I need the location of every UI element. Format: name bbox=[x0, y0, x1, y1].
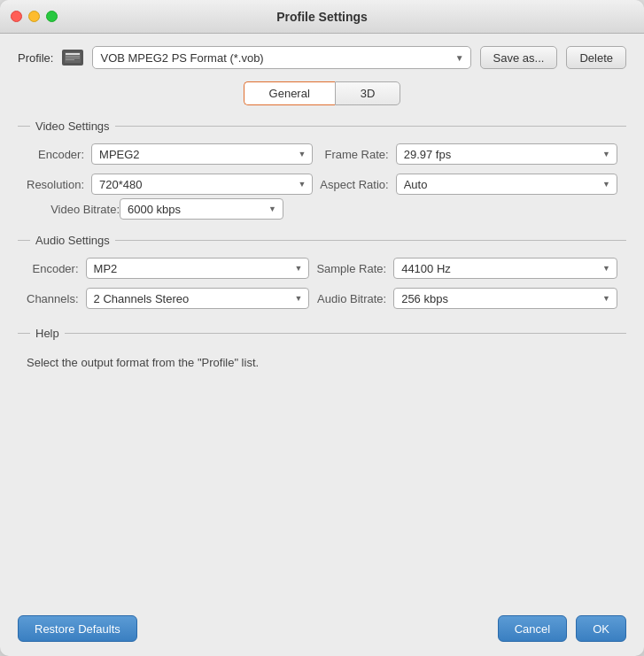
audio-settings-grid: Encoder: MP2 ▼ Sample Rate: 44100 Hz ▼ C bbox=[18, 258, 626, 309]
sample-rate-select[interactable]: 44100 Hz bbox=[393, 258, 617, 279]
window-title: Profile Settings bbox=[276, 10, 368, 24]
video-settings-grid: Encoder: MPEG2 ▼ Frame Rate: 29.97 fps ▼ bbox=[18, 143, 626, 195]
frame-rate-select[interactable]: 29.97 fps bbox=[396, 143, 617, 165]
tab-general[interactable]: General bbox=[244, 81, 335, 105]
encoder-select[interactable]: MPEG2 bbox=[91, 143, 313, 165]
help-section: Help Select the output format from the "… bbox=[18, 327, 626, 369]
profile-label: Profile: bbox=[18, 51, 53, 65]
footer: Restore Defaults Cancel OK bbox=[0, 605, 644, 656]
video-bitrate-row: Video Bitrate: 6000 kbps ▼ bbox=[18, 198, 626, 220]
aspect-ratio-label: Aspect Ratio: bbox=[320, 178, 388, 191]
maximize-button[interactable] bbox=[46, 11, 58, 22]
help-line-right bbox=[65, 333, 626, 334]
profile-icon bbox=[62, 50, 83, 66]
tab-3d[interactable]: 3D bbox=[335, 81, 401, 105]
audio-encoder-label: Encoder: bbox=[27, 262, 79, 275]
aspect-ratio-select[interactable]: Auto bbox=[396, 174, 617, 195]
help-title: Help bbox=[30, 327, 65, 340]
encoder-select-wrapper[interactable]: MPEG2 ▼ bbox=[91, 143, 313, 165]
close-button[interactable] bbox=[11, 11, 22, 22]
delete-button[interactable]: Delete bbox=[566, 46, 626, 69]
frame-rate-select-wrapper[interactable]: 29.97 fps ▼ bbox=[396, 143, 617, 165]
ok-button[interactable]: OK bbox=[576, 615, 626, 642]
help-header: Help bbox=[18, 327, 626, 340]
audio-encoder-select[interactable]: MP2 bbox=[86, 258, 310, 279]
encoder-label: Encoder: bbox=[27, 148, 84, 161]
frame-rate-label: Frame Rate: bbox=[320, 148, 388, 161]
audio-encoder-select-wrapper[interactable]: MP2 ▼ bbox=[86, 258, 310, 279]
channels-label: Channels: bbox=[27, 292, 79, 305]
help-line-left bbox=[18, 333, 30, 334]
resolution-select-wrapper[interactable]: 720*480 ▼ bbox=[91, 174, 313, 195]
profile-settings-window: Profile Settings Profile: VOB MPEG2 PS F… bbox=[0, 0, 644, 656]
profile-select-wrapper[interactable]: VOB MPEG2 PS Format (*.vob) ▼ bbox=[92, 46, 470, 69]
restore-defaults-button[interactable]: Restore Defaults bbox=[18, 615, 137, 642]
svg-rect-1 bbox=[66, 53, 80, 55]
help-text: Select the output format from the "Profi… bbox=[18, 351, 626, 369]
aspect-ratio-select-wrapper[interactable]: Auto ▼ bbox=[396, 174, 617, 195]
channels-select[interactable]: 2 Channels Stereo bbox=[86, 288, 310, 309]
cancel-button[interactable]: Cancel bbox=[498, 615, 567, 642]
minimize-button[interactable] bbox=[28, 11, 40, 22]
resolution-label: Resolution: bbox=[27, 178, 84, 191]
video-bitrate-select[interactable]: 6000 kbps bbox=[120, 198, 283, 220]
content-area: Profile: VOB MPEG2 PS Format (*.vob) ▼ S… bbox=[0, 34, 644, 605]
audio-settings-section: Audio Settings Encoder: MP2 ▼ Sample Rat… bbox=[18, 234, 626, 309]
video-bitrate-select-wrapper[interactable]: 6000 kbps ▼ bbox=[120, 198, 283, 220]
audio-section-line-left bbox=[18, 240, 30, 241]
svg-rect-3 bbox=[66, 58, 80, 58]
audio-bitrate-select[interactable]: 256 kbps bbox=[393, 288, 617, 309]
video-bitrate-label: Video Bitrate: bbox=[27, 203, 120, 216]
sample-rate-select-wrapper[interactable]: 44100 Hz ▼ bbox=[393, 258, 617, 279]
audio-settings-header: Audio Settings bbox=[18, 234, 626, 247]
video-settings-section: Video Settings Encoder: MPEG2 ▼ Frame Ra… bbox=[18, 120, 626, 220]
titlebar: Profile Settings bbox=[0, 0, 644, 34]
channels-select-wrapper[interactable]: 2 Channels Stereo ▼ bbox=[86, 288, 310, 309]
audio-settings-title: Audio Settings bbox=[30, 234, 115, 247]
resolution-select[interactable]: 720*480 bbox=[91, 174, 313, 195]
audio-section-line-right bbox=[115, 240, 626, 241]
profile-row: Profile: VOB MPEG2 PS Format (*.vob) ▼ S… bbox=[18, 46, 626, 69]
section-line-left bbox=[18, 126, 30, 127]
svg-rect-4 bbox=[66, 59, 74, 60]
section-line-right bbox=[115, 126, 626, 127]
sample-rate-label: Sample Rate: bbox=[316, 262, 386, 275]
profile-select[interactable]: VOB MPEG2 PS Format (*.vob) bbox=[92, 46, 470, 69]
tabs-container: General 3D bbox=[18, 81, 626, 105]
audio-bitrate-label: Audio Bitrate: bbox=[316, 292, 386, 305]
audio-bitrate-select-wrapper[interactable]: 256 kbps ▼ bbox=[393, 288, 617, 309]
video-settings-title: Video Settings bbox=[30, 120, 115, 133]
video-settings-header: Video Settings bbox=[18, 120, 626, 133]
traffic-lights bbox=[11, 11, 58, 22]
save-as-button[interactable]: Save as... bbox=[480, 46, 558, 69]
svg-rect-2 bbox=[66, 56, 80, 57]
